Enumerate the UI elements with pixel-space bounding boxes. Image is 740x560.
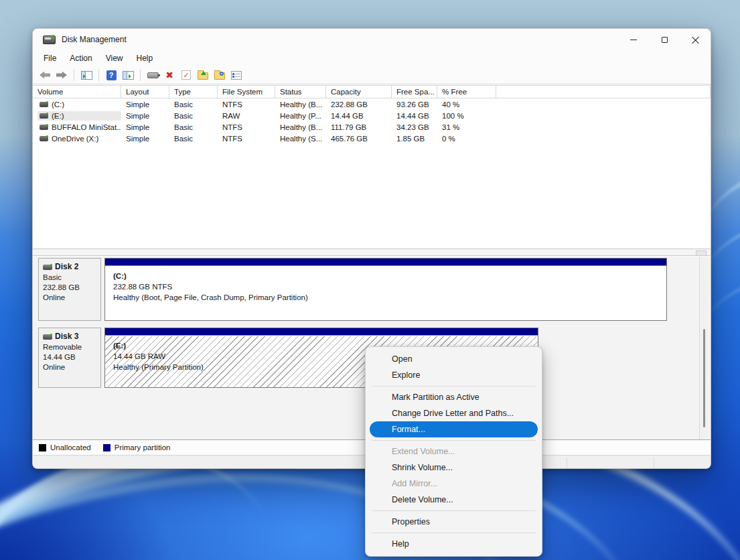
properties-icon[interactable] <box>230 69 243 81</box>
console-tree-icon[interactable] <box>80 69 93 81</box>
menu-action[interactable]: Action <box>63 52 98 65</box>
volume-name: OneDrive (X:) <box>52 135 98 143</box>
volume-icon <box>40 102 48 107</box>
vertical-scrollbar[interactable] <box>699 257 708 439</box>
disk3-header[interactable]: Disk 3 Removable 14.44 GB Online <box>38 328 101 388</box>
column-header-filler <box>496 86 711 98</box>
menu-item-change-drive-letter[interactable]: Change Drive Letter and Paths... <box>366 405 542 421</box>
help-icon[interactable]: ? <box>104 69 118 81</box>
disk-icon <box>43 334 52 340</box>
minimize-button[interactable] <box>618 29 649 50</box>
cell-capacity: 232.88 GB <box>326 100 392 109</box>
menu-item-format[interactable]: Format... <box>370 421 538 437</box>
volume-name: BUFFALO MiniStat... <box>52 123 121 131</box>
disk-size: 14.44 GB <box>43 352 96 362</box>
menu-item-mark-partition-active[interactable]: Mark Partition as Active <box>366 389 542 405</box>
cell-type: Basic <box>169 112 218 120</box>
disk-name: Disk 3 <box>55 332 78 342</box>
minimize-icon <box>630 40 637 40</box>
cell-free: 14.44 GB <box>392 112 437 120</box>
menu-item-explore[interactable]: Explore <box>366 367 542 383</box>
menu-item-open[interactable]: Open <box>366 351 542 367</box>
menu-separator <box>372 386 536 387</box>
explore-folder-icon[interactable] <box>213 69 226 81</box>
toolbar-separator <box>74 69 74 81</box>
primary-partition-band <box>105 328 538 336</box>
partition-c[interactable]: (C:) 232.88 GB NTFS Healthy (Boot, Page … <box>104 258 667 321</box>
volume-table-header: Volume Layout Type File System Status Ca… <box>33 85 711 98</box>
cell-layout: Simple <box>121 112 169 120</box>
column-header-pct-free[interactable]: % Free <box>437 86 496 98</box>
menu-separator <box>372 440 536 441</box>
cell-type: Basic <box>169 123 218 131</box>
column-header-layout[interactable]: Layout <box>121 86 169 98</box>
column-header-capacity[interactable]: Capacity <box>326 86 392 98</box>
cell-free: 93.26 GB <box>392 100 437 109</box>
cell-status: Healthy (B... <box>275 123 326 131</box>
cell-free: 34.23 GB <box>392 123 437 131</box>
cell-capacity: 111.79 GB <box>326 123 392 131</box>
column-header-free-space[interactable]: Free Spa... <box>392 86 437 98</box>
menu-item-shrink-volume[interactable]: Shrink Volume... <box>366 460 542 476</box>
cell-type: Basic <box>169 100 218 109</box>
scrollbar-thumb[interactable] <box>703 329 705 427</box>
cell-pct-free: 31 % <box>437 123 496 131</box>
primary-partition-swatch <box>103 444 110 451</box>
partition-health: Healthy (Boot, Page File, Crash Dump, Pr… <box>113 292 666 303</box>
cell-type: Basic <box>169 135 218 143</box>
mark-active-icon[interactable]: ✓ <box>179 69 193 81</box>
action-pane-icon[interactable] <box>121 69 135 81</box>
forward-arrow-icon[interactable] <box>55 69 68 81</box>
menu-item-help[interactable]: Help <box>366 536 542 552</box>
table-row[interactable]: BUFFALO MiniStat... Simple Basic NTFS He… <box>33 121 711 133</box>
back-arrow-icon[interactable] <box>38 69 52 81</box>
menu-help[interactable]: Help <box>130 52 160 65</box>
status-separator <box>654 458 654 468</box>
disk-status: Online <box>43 362 96 372</box>
partition-label: (C:) <box>113 271 666 281</box>
volume-icon <box>40 125 48 130</box>
disk-kind: Basic <box>43 273 96 283</box>
menu-item-properties[interactable]: Properties <box>366 514 542 530</box>
device-icon[interactable] <box>146 69 159 81</box>
primary-partition-band <box>105 259 666 266</box>
table-row[interactable]: OneDrive (X:) Simple Basic NTFS Healthy … <box>33 133 711 144</box>
delete-volume-icon[interactable]: ✖ <box>163 69 176 81</box>
menu-file[interactable]: File <box>37 52 63 65</box>
menu-view[interactable]: View <box>99 52 130 65</box>
table-row[interactable]: (C:) Simple Basic NTFS Healthy (B... 232… <box>33 98 711 110</box>
column-header-file-system[interactable]: File System <box>218 86 275 98</box>
cell-pct-free: 0 % <box>437 135 496 143</box>
table-row-selected[interactable]: (E:) Simple Basic RAW Healthy (P... 14.4… <box>33 110 711 121</box>
volume-icon <box>40 136 48 141</box>
volume-name: (E:) <box>52 112 64 120</box>
menu-bar: File Action View Help <box>33 50 711 66</box>
toolbar-separator <box>140 69 141 81</box>
toolbar-separator <box>98 69 99 81</box>
window-title: Disk Management <box>62 35 127 44</box>
horizontal-scrollbar[interactable] <box>33 249 711 256</box>
disk-status: Online <box>43 293 96 303</box>
cell-fs: NTFS <box>218 100 275 109</box>
legend-label: Unallocated <box>50 443 91 451</box>
cell-free: 1.85 GB <box>392 135 437 143</box>
close-button[interactable] <box>680 29 711 50</box>
menu-item-extend-volume: Extend Volume... <box>366 443 542 460</box>
cell-pct-free: 40 % <box>437 100 496 109</box>
disk2-header[interactable]: Disk 2 Basic 232.88 GB Online <box>38 258 101 321</box>
column-header-volume[interactable]: Volume <box>33 86 121 98</box>
volume-icon <box>40 113 48 119</box>
menu-item-delete-volume[interactable]: Delete Volume... <box>366 492 542 508</box>
cell-status: Healthy (S... <box>275 135 326 143</box>
disk-management-app-icon <box>43 36 56 44</box>
open-folder-icon[interactable] <box>196 69 210 81</box>
toolbar: ? ✖ ✓ <box>33 66 711 84</box>
menu-item-add-mirror: Add Mirror... <box>366 476 542 492</box>
title-bar[interactable]: Disk Management <box>33 29 711 50</box>
cell-fs: NTFS <box>218 123 275 131</box>
legend-label: Primary partition <box>115 443 171 451</box>
column-header-type[interactable]: Type <box>169 86 218 98</box>
column-header-status[interactable]: Status <box>275 86 326 98</box>
maximize-button[interactable] <box>649 29 680 50</box>
cell-pct-free: 100 % <box>437 112 496 120</box>
